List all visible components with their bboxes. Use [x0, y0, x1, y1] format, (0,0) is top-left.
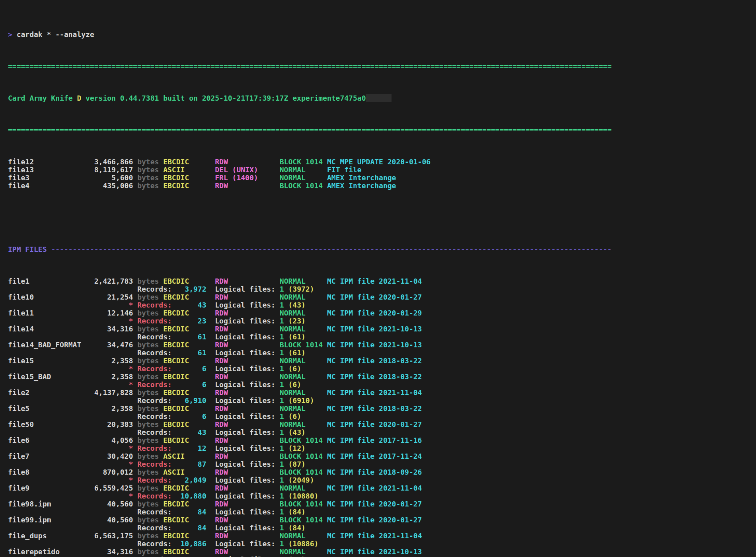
records-label: Records:	[137, 428, 172, 436]
spacer	[34, 166, 94, 174]
file-size: 435,006	[103, 181, 133, 190]
records-count: 6	[202, 364, 207, 373]
logical-files-label: Logical files:	[215, 380, 275, 389]
spacer	[374, 484, 379, 492]
spacer	[189, 420, 215, 428]
spacer	[172, 285, 185, 293]
block-info: BLOCK 1014	[280, 516, 323, 524]
file-name: file10	[8, 293, 34, 301]
logical-files-count: 1	[280, 444, 284, 452]
logical-files-count: 1	[280, 524, 284, 532]
logical-files-count: 1	[280, 555, 284, 557]
file-date: 2021-10-13	[379, 341, 422, 349]
spacer	[228, 158, 280, 166]
file-type: MC IPM file	[327, 309, 374, 317]
spacer	[275, 317, 280, 325]
logical-files-count: 1	[280, 508, 284, 516]
spacer	[284, 524, 288, 532]
file-type: MC IPM file	[327, 468, 374, 476]
spacer	[159, 158, 163, 166]
file-size: 870,012	[103, 468, 133, 476]
file-encoding: EBCDIC	[163, 277, 189, 285]
logical-files-detail: (61)	[288, 333, 305, 341]
file-row: file15 2,358 bytes EBCDIC RDW NORMAL MC …	[8, 357, 756, 365]
spacer	[189, 277, 215, 285]
file-date: 2018-03-22	[379, 404, 422, 413]
file-type: MC IPM file	[327, 452, 374, 460]
spacer	[228, 452, 280, 460]
spacer	[172, 524, 198, 532]
file-size: 34,316	[107, 325, 133, 333]
spacer	[374, 532, 379, 540]
file-row: file6 4,056 bytes EBCDIC RDW BLOCK 1014 …	[8, 436, 756, 444]
file-size: 34,316	[107, 547, 133, 556]
record-format: RDW	[215, 158, 228, 166]
file-type: MC IPM file	[327, 372, 374, 381]
spacer	[133, 468, 137, 476]
file-encoding: EBCDIC	[163, 547, 189, 556]
file-encoding: EBCDIC	[163, 372, 189, 381]
app-name: Card Army Knife	[8, 94, 77, 102]
records-count: 61	[198, 349, 207, 357]
file-encoding: EBCDIC	[163, 404, 189, 413]
spacer	[189, 532, 215, 540]
file-row: file1 2,421,783 bytes EBCDIC RDW NORMAL …	[8, 277, 756, 285]
records-count: 61	[198, 333, 207, 341]
file-row: file4 435,006 bytes EBCDIC RDW BLOCK 101…	[8, 182, 756, 190]
bytes-label: bytes	[137, 420, 159, 428]
redaction-box	[366, 94, 392, 102]
records-count: 84	[198, 524, 207, 532]
spacer	[374, 452, 379, 460]
file-type: MC IPM file	[327, 356, 374, 365]
command-text: cardak * --analyze	[12, 30, 94, 39]
block-info: BLOCK 1014	[280, 181, 323, 190]
logical-files-label: Logical files:	[215, 476, 275, 484]
spacer	[306, 372, 327, 381]
spacer	[228, 516, 280, 524]
bytes-label: bytes	[137, 277, 159, 285]
records-label: Records:	[137, 301, 172, 309]
spacer	[189, 173, 215, 182]
spacer	[60, 547, 107, 556]
file-name: file3	[8, 173, 29, 182]
spacer	[284, 364, 288, 373]
logical-files-count: 1	[280, 412, 284, 421]
block-info: NORMAL	[280, 356, 306, 365]
records-row: * Records: 6 Logical files: 1 (6)	[8, 365, 756, 373]
spacer	[228, 388, 280, 397]
spacer	[172, 476, 185, 484]
spacer	[207, 396, 215, 405]
spacer	[133, 309, 137, 317]
spacer	[306, 325, 327, 333]
record-format: RDW	[215, 325, 228, 333]
spacer	[172, 380, 202, 389]
file-encoding: EBCDIC	[163, 532, 189, 540]
terminal-screen[interactable]: > cardak * --analyze ===================…	[0, 0, 756, 557]
spacer	[284, 492, 288, 500]
spacer	[207, 317, 215, 325]
spacer	[284, 317, 288, 325]
app-edition: D	[77, 94, 81, 102]
spacer	[228, 532, 280, 540]
spacer	[159, 325, 163, 333]
spacer	[185, 166, 215, 174]
spacer	[185, 468, 215, 476]
spacer	[275, 380, 280, 389]
spacer	[172, 317, 198, 325]
file-type: MC IPM file	[327, 532, 374, 540]
spacer	[228, 181, 280, 190]
file-date: 2021-11-04	[379, 388, 422, 397]
spacer	[34, 325, 107, 333]
record-format: FRL (1400)	[215, 173, 258, 182]
records-label: Records:	[137, 492, 172, 500]
spacer	[29, 452, 107, 460]
file-name: file12	[8, 158, 34, 166]
ipm-section-header: IPM FILES ------------------------------…	[8, 245, 756, 253]
spacer	[133, 516, 137, 524]
spacer	[284, 333, 288, 341]
file-encoding: EBCDIC	[163, 420, 189, 428]
plain-file-list: file12 3,466,866 bytes EBCDIC RDW BLOCK …	[8, 158, 756, 190]
spacer	[133, 444, 137, 452]
record-format: RDW	[215, 341, 228, 349]
spacer	[323, 158, 327, 166]
